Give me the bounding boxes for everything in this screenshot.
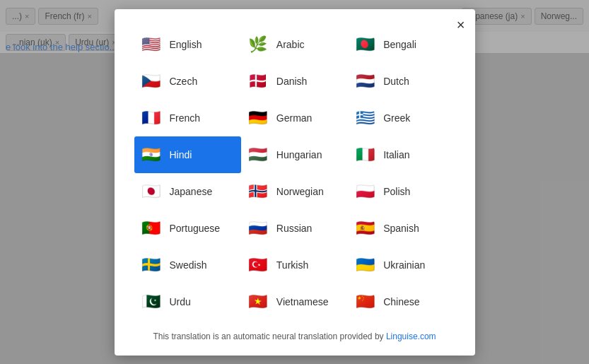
lang-name-german: German <box>276 112 313 124</box>
flag-polish: 🇵🇱 <box>354 180 376 203</box>
lang-item-chinese[interactable]: 🇨🇳Chinese <box>348 283 455 320</box>
flag-czech: 🇨🇿 <box>140 70 163 93</box>
flag-chinese: 🇨🇳 <box>354 290 376 313</box>
lang-item-hungarian[interactable]: 🇭🇺Hungarian <box>241 136 348 173</box>
lang-item-japanese[interactable]: 🇯🇵Japanese <box>134 173 241 210</box>
flag-dutch: 🇳🇱 <box>354 70 376 93</box>
flag-danish: 🇩🇰 <box>247 70 269 93</box>
lang-item-portuguese[interactable]: 🇵🇹Portuguese <box>134 210 241 247</box>
language-grid: 🇺🇸English🌿Arabic🇧🇩Bengali🇨🇿Czech🇩🇰Danish… <box>134 26 455 320</box>
lang-item-greek[interactable]: 🇬🇷Greek <box>348 100 455 136</box>
flag-bengali: 🇧🇩 <box>354 33 376 56</box>
lang-name-norwegian: Norwegian <box>276 186 324 197</box>
lang-name-hindi: Hindi <box>170 149 192 160</box>
lang-item-turkish[interactable]: 🇹🇷Turkish <box>241 247 348 283</box>
lang-item-bengali[interactable]: 🇧🇩Bengali <box>348 26 455 63</box>
lang-name-japanese: Japanese <box>170 186 213 197</box>
flag-japanese: 🇯🇵 <box>140 180 163 203</box>
lang-name-arabic: Arabic <box>276 39 305 50</box>
lang-name-polish: Polish <box>383 186 410 197</box>
lang-item-german[interactable]: 🇩🇪German <box>241 100 348 136</box>
flag-swedish: 🇸🇪 <box>140 254 163 276</box>
lang-name-dutch: Dutch <box>383 76 409 87</box>
lang-item-russian[interactable]: 🇷🇺Russian <box>241 210 348 247</box>
flag-hindi: 🇮🇳 <box>140 143 163 166</box>
lang-name-italian: Italian <box>383 149 409 160</box>
lang-item-polish[interactable]: 🇵🇱Polish <box>348 173 455 210</box>
lang-name-czech: Czech <box>170 76 198 87</box>
modal-close-button[interactable]: × <box>457 18 465 32</box>
flag-ukrainian: 🇺🇦 <box>354 254 376 276</box>
flag-portuguese: 🇵🇹 <box>140 217 163 240</box>
lang-item-ukrainian[interactable]: 🇺🇦Ukrainian <box>348 247 455 283</box>
lang-name-greek: Greek <box>383 112 410 124</box>
lang-name-bengali: Bengali <box>383 39 416 50</box>
lang-item-dutch[interactable]: 🇳🇱Dutch <box>348 63 455 100</box>
lang-item-spanish[interactable]: 🇪🇸Spanish <box>348 210 455 247</box>
lang-item-english[interactable]: 🇺🇸English <box>134 26 241 63</box>
lang-item-vietnamese[interactable]: 🇻🇳Vietnamese <box>241 283 348 320</box>
lang-item-norwegian[interactable]: 🇳🇴Norwegian <box>241 173 348 210</box>
lang-item-hindi[interactable]: 🇮🇳Hindi <box>134 136 241 173</box>
lang-name-hungarian: Hungarian <box>276 149 322 160</box>
lang-name-spanish: Spanish <box>383 223 419 234</box>
lang-name-english: English <box>170 39 202 50</box>
flag-greek: 🇬🇷 <box>354 107 376 129</box>
flag-spanish: 🇪🇸 <box>354 217 376 240</box>
lang-name-ukrainian: Ukrainian <box>383 259 425 271</box>
flag-german: 🇩🇪 <box>247 107 269 129</box>
flag-turkish: 🇹🇷 <box>247 254 269 276</box>
lang-name-french: French <box>170 112 201 124</box>
lang-name-russian: Russian <box>276 223 313 234</box>
flag-italian: 🇮🇹 <box>354 143 376 166</box>
flag-russian: 🇷🇺 <box>247 217 269 240</box>
lang-item-italian[interactable]: 🇮🇹Italian <box>348 136 455 173</box>
flag-english: 🇺🇸 <box>140 33 163 56</box>
lang-item-french[interactable]: 🇫🇷French <box>134 100 241 136</box>
lang-name-vietnamese: Vietnamese <box>276 296 329 307</box>
lang-name-turkish: Turkish <box>276 259 308 271</box>
flag-hungarian: 🇭🇺 <box>247 143 269 166</box>
lang-item-urdu[interactable]: 🇵🇰Urdu <box>134 283 241 320</box>
flag-norwegian: 🇳🇴 <box>247 180 269 203</box>
modal-overlay: × 🇺🇸English🌿Arabic🇧🇩Bengali🇨🇿Czech🇩🇰Dani… <box>0 0 589 364</box>
language-modal: × 🇺🇸English🌿Arabic🇧🇩Bengali🇨🇿Czech🇩🇰Dani… <box>115 9 475 356</box>
lang-item-arabic[interactable]: 🌿Arabic <box>241 26 348 63</box>
lang-name-portuguese: Portuguese <box>170 223 221 234</box>
flag-vietnamese: 🇻🇳 <box>247 290 269 313</box>
lang-name-urdu: Urdu <box>170 296 191 307</box>
flag-arabic: 🌿 <box>247 33 269 56</box>
lang-name-swedish: Swedish <box>170 259 207 271</box>
modal-footer: This translation is an automatic neural … <box>134 331 455 341</box>
lang-name-chinese: Chinese <box>383 296 419 307</box>
flag-french: 🇫🇷 <box>140 107 163 129</box>
lang-item-czech[interactable]: 🇨🇿Czech <box>134 63 241 100</box>
lang-item-swedish[interactable]: 🇸🇪Swedish <box>134 247 241 283</box>
flag-urdu: 🇵🇰 <box>140 290 163 313</box>
linguise-link[interactable]: Linguise.com <box>386 331 436 341</box>
footer-text: This translation is an automatic neural … <box>153 331 386 341</box>
lang-name-danish: Danish <box>276 76 308 87</box>
lang-item-danish[interactable]: 🇩🇰Danish <box>241 63 348 100</box>
